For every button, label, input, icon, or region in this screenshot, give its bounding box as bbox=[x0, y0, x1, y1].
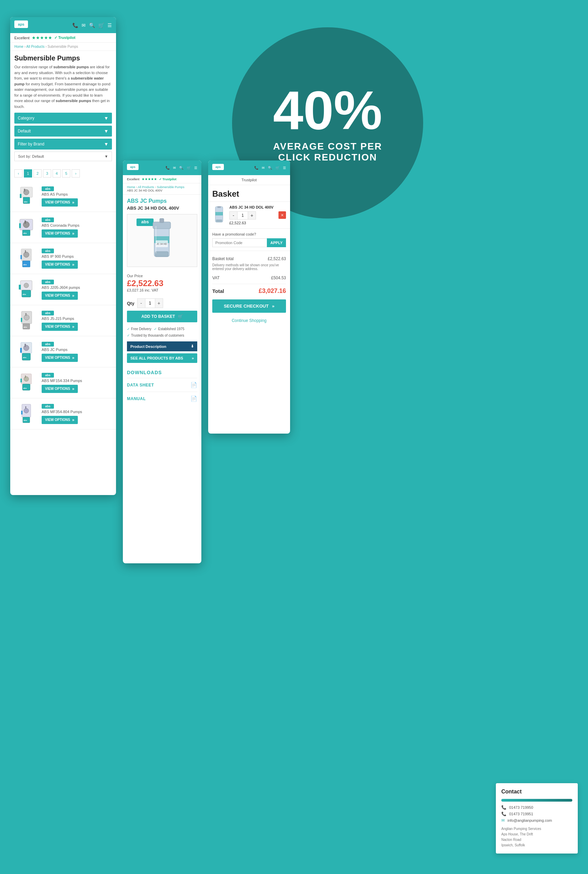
filter-section: Category ▼ Default ▼ Filter by Brand ▼ S… bbox=[10, 113, 116, 168]
nav-icons-screen2: 📞 ✉ 🔍 🛒 ☰ bbox=[165, 166, 197, 170]
svg-rect-57 bbox=[160, 218, 164, 222]
dropdown-arrow-3: ▼ bbox=[104, 141, 108, 147]
basket-total-row: Basket total £2,522.63 bbox=[212, 254, 286, 263]
product-image: abs bbox=[14, 309, 38, 332]
promo-code-input[interactable] bbox=[212, 238, 267, 247]
breadcrumb-all-products[interactable]: All Products bbox=[26, 45, 44, 48]
navbar-screen2: aps 📞 ✉ 🔍 🛒 ☰ bbox=[123, 161, 201, 175]
svg-text:aps: aps bbox=[18, 22, 25, 26]
basket-qty-minus[interactable]: - bbox=[230, 211, 237, 219]
category-dropdown[interactable]: Category ▼ bbox=[14, 113, 112, 123]
page-btn-4[interactable]: 4 bbox=[52, 169, 61, 177]
promo-label: Have a promotional code? bbox=[212, 232, 286, 236]
list-item: abs abs ABS MF154-334 Pumps VIEW OPTIONS… bbox=[10, 367, 116, 398]
breadcrumb-home[interactable]: Home bbox=[14, 45, 24, 48]
phone-icon-s3[interactable]: 📞 bbox=[254, 166, 258, 170]
brand-dropdown[interactable]: Filter by Brand ▼ bbox=[14, 139, 112, 150]
logo-screen3: aps bbox=[212, 164, 224, 172]
total-row: Total £3,027.16 bbox=[212, 284, 286, 297]
page-btn-3[interactable]: 3 bbox=[43, 169, 51, 177]
product-name: ABS MF354-804 Pumps bbox=[42, 410, 112, 414]
qty-input[interactable] bbox=[145, 299, 155, 308]
cart-icon-s2[interactable]: 🛒 bbox=[187, 166, 191, 170]
product-brand-logo: abs bbox=[42, 373, 112, 378]
page-btn-1[interactable]: 1 bbox=[24, 169, 32, 177]
dropdown-arrow-2: ▼ bbox=[104, 128, 108, 134]
basket-icon: 🛒 bbox=[178, 314, 183, 319]
email-icon-s3[interactable]: ✉ bbox=[262, 166, 264, 170]
vat-amount: £504.53 bbox=[271, 275, 286, 280]
svg-rect-12 bbox=[19, 223, 21, 228]
vat-label: VAT bbox=[212, 275, 220, 280]
basket-qty-plus[interactable]: + bbox=[248, 211, 256, 219]
menu-icon-s3[interactable]: ☰ bbox=[283, 166, 286, 170]
svg-rect-40 bbox=[25, 375, 26, 378]
download-item-datasheet[interactable]: DATA SHEET 📄 bbox=[127, 378, 197, 392]
view-options-button[interactable]: VIEW OPTIONS » bbox=[42, 323, 78, 331]
download-item-manual[interactable]: MANUAL 📄 bbox=[127, 392, 197, 405]
basket-item: ABS JC 34 HD DOL 400V - 1 + £2,522.63 × bbox=[208, 202, 290, 229]
svg-point-39 bbox=[24, 377, 28, 381]
product-image-box: abs JC 34 HD bbox=[127, 214, 197, 267]
view-options-button[interactable]: VIEW OPTIONS » bbox=[42, 354, 78, 362]
email-icon-s2[interactable]: ✉ bbox=[173, 166, 176, 170]
svg-rect-11 bbox=[25, 221, 26, 224]
qty-plus-btn[interactable]: + bbox=[155, 299, 163, 308]
phone-icon-s2[interactable]: 📞 bbox=[165, 166, 170, 170]
search-icon-s3[interactable]: 🔍 bbox=[268, 166, 272, 170]
product-image: abs bbox=[14, 371, 38, 395]
view-options-button[interactable]: VIEW OPTIONS » bbox=[42, 198, 78, 207]
remove-item-button[interactable]: × bbox=[279, 211, 286, 219]
basket-totals: Basket total £2,522.63 Delivery methods … bbox=[208, 251, 290, 329]
bc-products-s2[interactable]: All Products bbox=[138, 185, 154, 189]
cart-icon[interactable]: 🛒 bbox=[98, 23, 104, 28]
product-name: ABS J5-J15 Pumps bbox=[42, 317, 112, 321]
view-options-button[interactable]: VIEW OPTIONS » bbox=[42, 260, 78, 269]
established-badge: ✓ Established 1975 bbox=[154, 327, 184, 331]
chevron-icon: » bbox=[72, 200, 74, 205]
phone-icon-contact: 📞 bbox=[501, 805, 507, 810]
svg-text:JC 34 HD: JC 34 HD bbox=[157, 243, 167, 245]
view-options-button[interactable]: VIEW OPTIONS » bbox=[42, 416, 78, 424]
continue-shopping-link[interactable]: Continue Shopping bbox=[212, 315, 286, 326]
product-description-bar[interactable]: Product Description ⬇ bbox=[127, 341, 197, 351]
svg-text:abs: abs bbox=[23, 356, 27, 359]
list-item: abs abs ABS IP 900 Pumps VIEW OPTIONS » bbox=[10, 243, 116, 274]
next-page-btn[interactable]: › bbox=[72, 169, 80, 177]
prev-page-btn[interactable]: ‹ bbox=[14, 169, 22, 177]
vat-row: VAT £504.53 bbox=[212, 273, 286, 282]
page-btn-2[interactable]: 2 bbox=[33, 169, 42, 177]
cart-icon-s3[interactable]: 🛒 bbox=[275, 166, 279, 170]
default-dropdown[interactable]: Default ▼ bbox=[14, 126, 112, 137]
search-icon[interactable]: 🔍 bbox=[89, 23, 95, 28]
phone-icon[interactable]: 📞 bbox=[72, 23, 78, 28]
see-all-products-button[interactable]: SEE ALL PRODUCTS BY ABS » bbox=[127, 353, 197, 363]
promo-apply-button[interactable]: APPLY bbox=[267, 238, 286, 247]
qty-minus-btn[interactable]: - bbox=[138, 299, 145, 308]
product-info: abs ABS MF354-804 Pumps VIEW OPTIONS » bbox=[42, 404, 112, 424]
delivery-note: Delivery methods will be shown once you'… bbox=[212, 263, 286, 273]
svg-text:abs: abs bbox=[23, 387, 27, 389]
page-btn-5[interactable]: 5 bbox=[62, 169, 70, 177]
search-icon-s2[interactable]: 🔍 bbox=[179, 166, 183, 170]
secure-checkout-button[interactable]: SECURE CHECKOUT » bbox=[212, 299, 286, 313]
svg-text:abs: abs bbox=[23, 232, 27, 234]
product-detail-subtitle: ABS JC 34 HD DOL 400V bbox=[123, 206, 201, 214]
bc-home-s2[interactable]: Home bbox=[127, 185, 135, 189]
menu-icon[interactable]: ☰ bbox=[108, 23, 112, 28]
menu-icon-s2[interactable]: ☰ bbox=[194, 166, 197, 170]
email-icon[interactable]: ✉ bbox=[81, 23, 86, 28]
svg-point-16 bbox=[24, 252, 29, 257]
view-options-button[interactable]: VIEW OPTIONS » bbox=[42, 230, 78, 237]
sort-dropdown[interactable]: Sort by: Default ▼ bbox=[14, 152, 112, 161]
checkout-arrow-icon: » bbox=[272, 303, 274, 309]
bc-category-s2[interactable]: Submersible Pumps bbox=[157, 185, 184, 189]
chevron-icon: » bbox=[72, 417, 74, 422]
add-to-basket-button[interactable]: ADD TO BASKET 🛒 bbox=[127, 311, 197, 322]
view-options-button[interactable]: VIEW OPTIONS » bbox=[42, 385, 78, 393]
view-options-button[interactable]: VIEW OPTIONS » bbox=[42, 291, 78, 300]
svg-text:abs: abs bbox=[24, 201, 28, 203]
svg-rect-65 bbox=[216, 219, 222, 222]
downloads-title: DOWNLOADS bbox=[127, 370, 197, 375]
chevron-icon: » bbox=[72, 262, 74, 267]
